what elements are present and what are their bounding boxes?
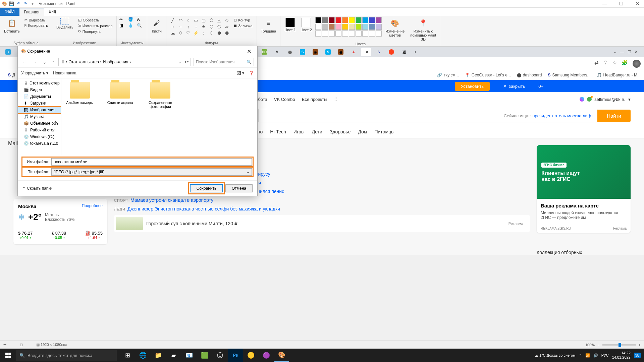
notifications-icon[interactable]: 38 — [634, 353, 641, 358]
tree-item[interactable]: 🖼Изображения — [18, 107, 61, 113]
tree-item[interactable]: 💿Windows (C:) — [18, 133, 61, 140]
color-swatch[interactable] — [329, 31, 335, 37]
tray-chevron-icon[interactable]: ⌃ — [579, 353, 582, 358]
start-button[interactable] — [0, 349, 16, 362]
color-palette[interactable] — [315, 17, 382, 37]
newfolder-button[interactable]: Новая папка — [53, 71, 76, 75]
color-swatch[interactable] — [342, 24, 348, 30]
browser-tab[interactable]: А — [348, 48, 359, 56]
app-icon[interactable]: 🟩 — [197, 349, 212, 362]
profile-avatar[interactable] — [633, 60, 641, 68]
color-swatch[interactable] — [329, 17, 335, 23]
picker-icon[interactable]: 💧 — [128, 23, 136, 28]
nav-recent-icon[interactable]: ⌄ — [41, 59, 48, 65]
hide-folders-button[interactable]: ⌃ Скрыть папки — [22, 186, 52, 191]
color1-button[interactable]: Цвет 1 — [283, 17, 297, 33]
browser-tab[interactable]: ◉ — [335, 48, 346, 56]
close-icon[interactable]: ✕ — [633, 1, 642, 6]
breadcrumb[interactable]: 🖥 › Этот компьютер › Изображения › ⌄ ⟳ — [58, 58, 191, 66]
shapes-gallery[interactable]: ╱◠○▭▢⬠△◇ →←↑↓★⬡⬠▱ ☁⬯♡⚡⬨◊⬢⬣ — [169, 17, 230, 36]
undo-icon[interactable]: ↶ — [16, 1, 21, 6]
browser-tab[interactable]: 🖼 — [399, 48, 410, 56]
color-swatch[interactable] — [335, 24, 341, 30]
edit-colors-button[interactable]: 🎨 Изменение цветов — [384, 17, 407, 38]
browser-tab[interactable]: S — [373, 48, 384, 56]
clock[interactable]: 14:22 14.01.2022 — [612, 351, 631, 360]
color-swatch[interactable] — [335, 31, 341, 37]
star-icon[interactable]: ☆ — [612, 60, 617, 68]
dialog-search[interactable]: Поиск: Изображения 🔍 — [194, 58, 254, 66]
app-icon[interactable]: ▰ — [166, 349, 181, 362]
save-icon[interactable]: 💾 — [9, 1, 14, 6]
bookmark[interactable]: 🔗тку см... — [437, 73, 459, 77]
search-button[interactable]: Найти — [597, 110, 631, 122]
color-swatch[interactable] — [376, 24, 382, 30]
tab-view[interactable]: Вид — [44, 8, 61, 16]
maximize-icon[interactable]: ☐ — [616, 1, 626, 6]
folder-item[interactable]: Альбом камеры — [65, 82, 95, 105]
color-swatch[interactable] — [342, 31, 348, 37]
volume-icon[interactable]: 🔊 — [593, 353, 598, 358]
filename-input[interactable] — [51, 158, 252, 166]
color-swatch[interactable] — [315, 17, 321, 23]
tree-item[interactable]: 🖥Этот компьютер — [18, 80, 61, 86]
install-button[interactable]: Установить — [455, 82, 490, 91]
thickness-button[interactable]: ≡ Толщина — [260, 17, 278, 34]
nav-fwd-icon[interactable]: → — [31, 59, 39, 65]
tab-file[interactable]: Файл — [0, 8, 19, 16]
outline-button[interactable]: ◻Контур — [232, 17, 254, 23]
share-icon[interactable]: ⇪ — [603, 60, 608, 68]
browser-tab-active[interactable]: | ✕ — [361, 48, 371, 56]
outlook-icon[interactable]: 📧 — [182, 349, 197, 362]
text-icon[interactable]: A — [137, 17, 144, 22]
browser-tab[interactable] — [386, 48, 397, 56]
taskbar-search[interactable]: 🔍 Введите здесь текст для поиска — [16, 350, 117, 361]
new-tab-button[interactable]: + — [412, 48, 419, 56]
path-dropdown-icon[interactable]: ⌄ — [178, 60, 181, 64]
tree-item[interactable]: 💿tokareva.a (\\10 — [18, 140, 61, 147]
color-swatch[interactable] — [362, 31, 368, 37]
browser-close-icon[interactable]: ✕ — [635, 50, 638, 54]
zoom-out-icon[interactable]: − — [597, 343, 599, 347]
nav-up-icon[interactable]: ↑ — [51, 59, 56, 65]
pencil-icon[interactable]: ✏ — [119, 17, 127, 22]
theme-icon[interactable] — [580, 97, 584, 102]
weather-more-link[interactable]: Подробнее — [82, 203, 103, 208]
color-swatch[interactable] — [315, 31, 321, 37]
nav-item[interactable]: Дом — [358, 129, 367, 134]
color-swatch[interactable] — [362, 17, 368, 23]
paint-taskbar-icon[interactable]: 🎨 — [274, 349, 289, 362]
folder-item[interactable]: Сохраненные фотографии — [145, 82, 175, 109]
network-icon[interactable]: 📶 — [585, 353, 590, 358]
chevron-down-icon[interactable]: ▾ — [628, 97, 631, 102]
paste-button[interactable]: 📋 Вставить — [3, 17, 21, 34]
color-swatch[interactable] — [322, 31, 328, 37]
nav-all[interactable]: Все проекты — [302, 97, 327, 102]
tab-home[interactable]: Главная — [19, 8, 44, 16]
color-swatch[interactable] — [369, 24, 375, 30]
chrome-icon[interactable]: 🟡 — [244, 349, 258, 362]
color-swatch[interactable] — [315, 24, 321, 30]
ie-icon[interactable]: ⓔ — [213, 349, 227, 362]
photoshop-icon[interactable]: Ps — [228, 349, 243, 362]
color-swatch[interactable] — [349, 31, 355, 37]
nav-item[interactable]: Питомцы — [374, 129, 394, 134]
browser-tab[interactable]: ✈ — [3, 48, 13, 56]
zoom-in-icon[interactable]: + — [639, 343, 641, 347]
color-swatch[interactable] — [322, 24, 328, 30]
color-swatch[interactable] — [335, 17, 341, 23]
bookmark[interactable]: S Д — [8, 73, 15, 77]
brushes-button[interactable]: 🖌 Кисти — [150, 17, 163, 34]
color-swatch[interactable] — [349, 24, 355, 30]
tree-item[interactable]: 🎬Видео — [18, 86, 61, 93]
bookmark[interactable]: 📍GeoGuessr - Let's e... — [465, 73, 511, 77]
browser-tab[interactable]: S — [297, 48, 308, 56]
nav-back-icon[interactable]: ← — [21, 59, 29, 65]
browser-tab[interactable]: S — [323, 48, 333, 56]
refresh-icon[interactable]: ⟳ — [183, 60, 189, 64]
browser-tab[interactable]: ⬤ — [284, 48, 295, 56]
color-swatch[interactable] — [356, 31, 362, 37]
file-pane[interactable]: Альбом камерыСнимки экранаСохраненные фо… — [61, 78, 257, 155]
qat-dropdown-icon[interactable]: ▾ — [30, 1, 35, 6]
cancel-button[interactable]: Отмена — [225, 184, 253, 192]
